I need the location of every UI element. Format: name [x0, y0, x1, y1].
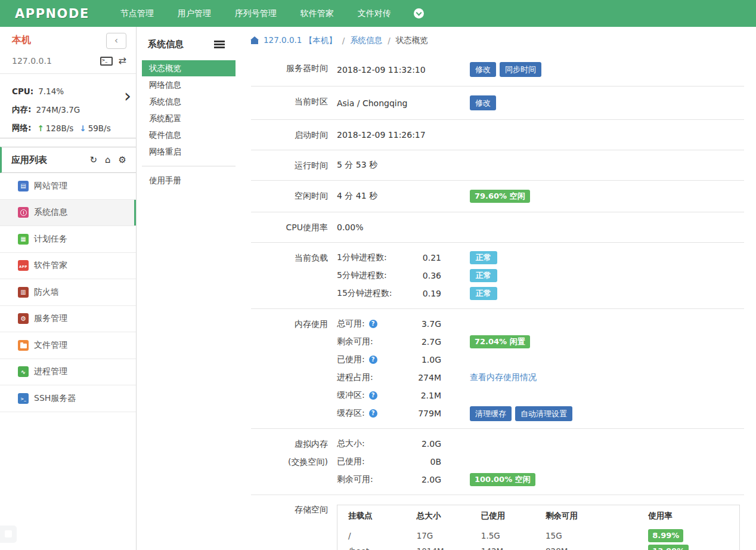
app-item-ssh[interactable]: SSH服务器: [0, 385, 136, 412]
upload-arrow-icon: ↑: [37, 123, 44, 133]
app-item-label: SSH服务器: [34, 393, 76, 404]
server-ip: 127.0.0.1: [12, 56, 52, 66]
appnode-logo[interactable]: APPNODE: [15, 7, 89, 21]
nav-item-software-manager[interactable]: 软件管家: [291, 0, 343, 27]
submenu: 状态概览 网络信息 系统信息 系统配置 硬件信息 网络重启 使用手册: [142, 60, 236, 189]
used-value: 1.5G: [481, 527, 546, 545]
breadcrumb: 127.0.0.1 【本机】 / 系统信息 / 状态概览: [251, 33, 744, 48]
app-item-system-info[interactable]: 系统信息: [0, 200, 136, 227]
timezone-value: Asia / Chongqing: [337, 98, 470, 108]
load-1min: 1分钟进程数: 0.21 正常: [337, 249, 744, 267]
app-item-cron[interactable]: 计划任务: [0, 226, 136, 253]
row-label: 存储空间: [251, 503, 328, 550]
submenu-item-manual[interactable]: 使用手册: [142, 172, 236, 189]
app-item-software[interactable]: 软件管家: [0, 253, 136, 280]
help-icon[interactable]: [369, 409, 377, 418]
load-name: 5分钟进程数:: [337, 270, 387, 281]
help-icon[interactable]: [369, 356, 377, 364]
submenu-item-system-config[interactable]: 系统配置: [142, 110, 236, 126]
network-down-value: 59B/s: [88, 123, 111, 133]
load-5min: 5分钟进程数: 0.36 正常: [337, 267, 744, 285]
server-header: 本机 ‹: [0, 27, 136, 47]
edit-timezone-button[interactable]: 修改: [470, 95, 496, 110]
app-item-label: 软件管家: [34, 260, 67, 271]
ssh-icon: [18, 393, 29, 404]
server-time-value: 2018-12-09 11:32:10: [337, 65, 470, 75]
mem-value: 779M: [418, 409, 441, 418]
server-detail-chevron[interactable]: ›: [124, 87, 131, 105]
col-free: 剩余可用: [546, 505, 648, 527]
mem-value: 1.0G: [422, 355, 441, 364]
chevron-down-icon[interactable]: [414, 8, 424, 18]
edit-time-button[interactable]: 修改: [470, 62, 496, 77]
help-icon[interactable]: [369, 320, 377, 328]
app-item-label: 计划任务: [34, 234, 67, 245]
app-item-services[interactable]: 服务管理: [0, 306, 136, 333]
row-label: 虚拟内存 (交换空间): [251, 435, 328, 489]
swap-name: 已使用:: [337, 456, 365, 467]
usage-badge: 13.99%: [648, 545, 689, 550]
load-15min: 15分钟进程数: 0.19 正常: [337, 285, 744, 302]
floating-widget[interactable]: [0, 526, 17, 543]
firewall-icon: [18, 287, 29, 298]
row-label: 运行时间: [251, 159, 328, 171]
app-item-firewall[interactable]: 防火墙: [0, 279, 136, 306]
app-item-label: 文件管理: [34, 340, 67, 351]
nav-item-node-management[interactable]: 节点管理: [111, 0, 163, 27]
row-label: 空闲时间: [251, 190, 328, 203]
app-item-label: 系统信息: [34, 207, 67, 218]
col-mount-point: 挂载点: [337, 505, 417, 527]
server-actions: ⇄: [100, 56, 126, 66]
row-storage: 存储空间 挂载点 总大小 已使用 剩余可用 使用率: [251, 495, 744, 550]
home-icon[interactable]: ⌂: [105, 156, 111, 165]
mem-cache: 缓存区: 779M 清理缓存 自动清理设置: [337, 404, 744, 422]
help-icon[interactable]: [369, 391, 377, 400]
row-memory: 内存使用 总可用: 3.7G 剩余可用: 2.7G 72.04% 闲置 已使用:: [251, 309, 744, 429]
total-value: 17G: [417, 527, 481, 545]
files-icon: [18, 340, 29, 351]
row-swap: 虚拟内存 (交换空间) 总大小: 2.0G 已使用: 0B 剩余可用: 2.0: [251, 429, 744, 495]
hamburger-menu-icon[interactable]: [214, 41, 225, 48]
app-item-process[interactable]: 进程管理: [0, 359, 136, 386]
view-memory-usage-link[interactable]: 查看内存使用情况: [470, 372, 537, 383]
load-value: 0.19: [423, 289, 441, 298]
submenu-item-status-overview[interactable]: 状态概览: [142, 60, 236, 76]
app-item-website[interactable]: 网站管理: [0, 173, 136, 200]
mem-name: 缓存区:: [337, 408, 365, 419]
row-boot-time: 启动时间 2018-12-09 11:26:17: [251, 120, 744, 150]
transfer-icon[interactable]: ⇄: [119, 56, 126, 66]
breadcrumb-host-link[interactable]: 127.0.0.1 【本机】: [264, 35, 337, 46]
submenu-item-hardware-info[interactable]: 硬件信息: [142, 127, 236, 143]
nav-item-user-management[interactable]: 用户管理: [168, 0, 221, 27]
nav-item-file-transfer[interactable]: 文件对传: [348, 0, 401, 27]
mount-value: /boot: [337, 545, 417, 550]
mem-buffer: 缓冲区: 2.1M: [337, 387, 744, 404]
terminal-icon[interactable]: [100, 57, 113, 66]
sync-time-button[interactable]: 同步时间: [500, 62, 541, 77]
row-cpu-usage: CPU使用率 0.00%: [251, 212, 744, 243]
swap-free: 剩余可用: 2.0G 100.00% 空闲: [337, 471, 744, 489]
cpu-stat: CPU: 7.14%: [12, 82, 129, 100]
load-status-badge: 正常: [470, 251, 497, 264]
app-item-files[interactable]: 文件管理: [0, 332, 136, 359]
swap-sublabel: (交换空间): [251, 453, 328, 471]
refresh-icon[interactable]: ↻: [89, 156, 97, 165]
row-label: 内存使用: [251, 315, 328, 422]
system-info-icon: [18, 207, 29, 218]
submenu-item-system-info[interactable]: 系统信息: [142, 94, 236, 110]
breadcrumb-section-link[interactable]: 系统信息: [350, 35, 382, 46]
row-label: 启动时间: [251, 129, 328, 141]
breadcrumb-home-icon[interactable]: [251, 40, 258, 44]
auto-clean-settings-button[interactable]: 自动清理设置: [515, 406, 572, 421]
server-info-panel: 本机 ‹ 127.0.0.1 ⇄ CPU: 7.14% 内存: 274M/3.7…: [0, 27, 136, 138]
clean-cache-button[interactable]: 清理缓存: [470, 406, 512, 421]
row-timezone: 当前时区 Asia / Chongqing 修改: [251, 86, 744, 120]
collapse-sidebar-button[interactable]: ‹: [106, 33, 126, 49]
app-list: 网站管理 系统信息 计划任务 软件管家 防火墙 服务管理: [0, 173, 136, 412]
gear-icon[interactable]: ⚙: [119, 156, 126, 165]
submenu-item-network-info[interactable]: 网络信息: [142, 77, 236, 93]
mem-value: 2.1M: [421, 391, 441, 400]
submenu-item-network-restart[interactable]: 网络重启: [142, 144, 236, 160]
load-status-badge: 正常: [470, 287, 497, 300]
nav-item-serial-management[interactable]: 序列号管理: [225, 0, 286, 27]
